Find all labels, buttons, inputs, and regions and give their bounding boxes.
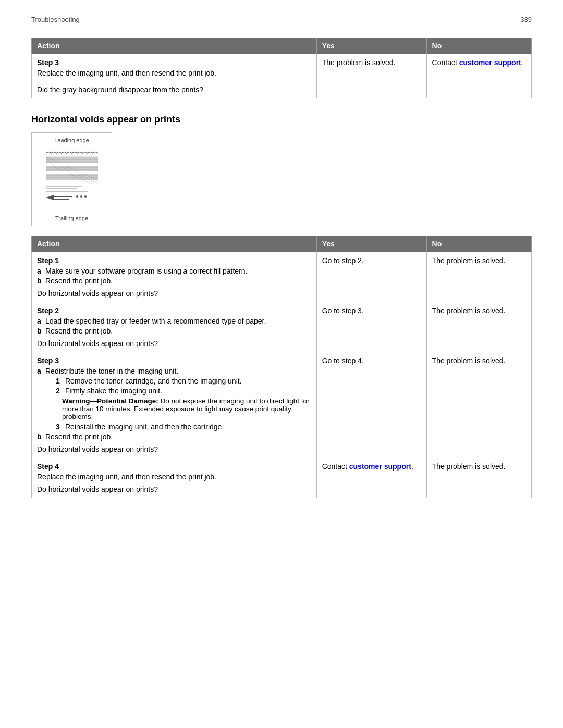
svg-rect-20 bbox=[54, 196, 72, 197]
svg-point-23 bbox=[80, 195, 82, 198]
table-row: Step 2 Load the specified tray or feeder… bbox=[32, 302, 532, 352]
svg-rect-21 bbox=[54, 199, 69, 200]
top-table: Action Yes No Step 3 Replace the imaging… bbox=[31, 38, 532, 98]
list-item: Resend the print job. bbox=[37, 277, 311, 285]
step3-yes: Go to step 4. bbox=[316, 352, 426, 458]
step-label: Step 3 bbox=[37, 58, 311, 67]
main-table-yes-header: Yes bbox=[316, 236, 426, 252]
warning-text: Warning—Potential Damage: Do not expose … bbox=[45, 397, 311, 421]
table-row: Step 3 Redistribute the toner in the ima… bbox=[32, 352, 532, 458]
step3-sub-list: Remove the toner cartridge, and then the… bbox=[45, 377, 311, 395]
top-step3-no: Contact customer support. bbox=[426, 54, 531, 98]
top-step3-action: Step 3 Replace the imaging unit, and the… bbox=[32, 54, 317, 98]
list-item: Firmly shake the imaging unit. bbox=[56, 387, 311, 395]
warning-label: Warning—Potential Damage: bbox=[62, 397, 158, 405]
top-table-no-header: No bbox=[426, 38, 531, 54]
svg-point-24 bbox=[84, 195, 87, 198]
step3-question: Do horizontal voids appear on prints? bbox=[37, 445, 311, 453]
diagram-box: Leading edge bbox=[31, 132, 112, 226]
step2-yes: Go to step 3. bbox=[316, 302, 426, 352]
trailing-edge-label: Trailing edge bbox=[38, 215, 105, 221]
top-table-yes-header: Yes bbox=[316, 38, 426, 54]
step4-no: The problem is solved. bbox=[426, 458, 531, 498]
svg-rect-13 bbox=[46, 163, 98, 166]
step1-no: The problem is solved. bbox=[426, 252, 531, 302]
list-item: Reinstall the imaging unit, and then the… bbox=[56, 423, 311, 431]
main-table-no-header: No bbox=[426, 236, 531, 252]
step3-label: Step 3 bbox=[37, 356, 311, 365]
page-header: Troubleshooting 339 bbox=[31, 16, 532, 27]
step1-yes: Go to step 2. bbox=[316, 252, 426, 302]
page-number: 339 bbox=[520, 16, 532, 23]
step4-action: Step 4 Replace the imaging unit, and the… bbox=[32, 458, 317, 498]
table-row: Step 3 Replace the imaging unit, and the… bbox=[32, 54, 532, 98]
step3-no: The problem is solved. bbox=[426, 352, 531, 458]
top-step3-yes: The problem is solved. bbox=[316, 54, 426, 98]
step1-action: Step 1 Make sure your software program i… bbox=[32, 252, 317, 302]
step4-yes: Contact customer support. bbox=[316, 458, 426, 498]
step4-question: Do horizontal voids appear on prints? bbox=[37, 485, 311, 493]
step3-list: Redistribute the toner in the imaging un… bbox=[37, 367, 311, 441]
list-item: Resend the print job. bbox=[37, 433, 311, 441]
list-item: Resend the print job. bbox=[37, 327, 311, 335]
step2-action: Step 2 Load the specified tray or feeder… bbox=[32, 302, 317, 352]
step1-question: Do horizontal voids appear on prints? bbox=[37, 289, 311, 298]
step1-list: Make sure your software program is using… bbox=[37, 267, 311, 285]
list-item: Make sure your software program is using… bbox=[37, 267, 311, 275]
step3-action: Step 3 Redistribute the toner in the ima… bbox=[32, 352, 317, 458]
step3-sub-list-cont: Reinstall the imaging unit, and then the… bbox=[45, 423, 311, 431]
main-table-action-header: Action bbox=[32, 236, 317, 252]
svg-rect-14 bbox=[46, 171, 98, 174]
leading-edge-label: Leading edge bbox=[38, 137, 105, 143]
step2-question: Do horizontal voids appear on prints? bbox=[37, 339, 311, 348]
step2-list: Load the specified tray or feeder with a… bbox=[37, 317, 311, 335]
main-table: Action Yes No Step 1 Make sure your soft… bbox=[31, 236, 532, 498]
svg-point-22 bbox=[76, 195, 78, 198]
step2-label: Step 2 bbox=[37, 306, 311, 315]
step2-no: The problem is solved. bbox=[426, 302, 531, 352]
list-item: Load the specified tray or feeder with a… bbox=[37, 317, 311, 325]
step1-label: Step 1 bbox=[37, 256, 311, 265]
print-diagram bbox=[41, 145, 103, 213]
header-left: Troubleshooting bbox=[31, 16, 80, 23]
step4-label: Step 4 bbox=[37, 462, 311, 471]
table-row: Step 1 Make sure your software program i… bbox=[32, 252, 532, 302]
top-table-action-header: Action bbox=[32, 38, 317, 54]
section-heading: Horizontal voids appear on prints bbox=[31, 114, 532, 125]
list-item: Remove the toner cartridge, and then the… bbox=[56, 377, 311, 385]
customer-support-link-top[interactable]: customer support bbox=[459, 58, 521, 67]
list-item: Redistribute the toner in the imaging un… bbox=[37, 367, 311, 431]
table-row: Step 4 Replace the imaging unit, and the… bbox=[32, 458, 532, 498]
customer-support-link-main[interactable]: customer support bbox=[349, 462, 411, 471]
